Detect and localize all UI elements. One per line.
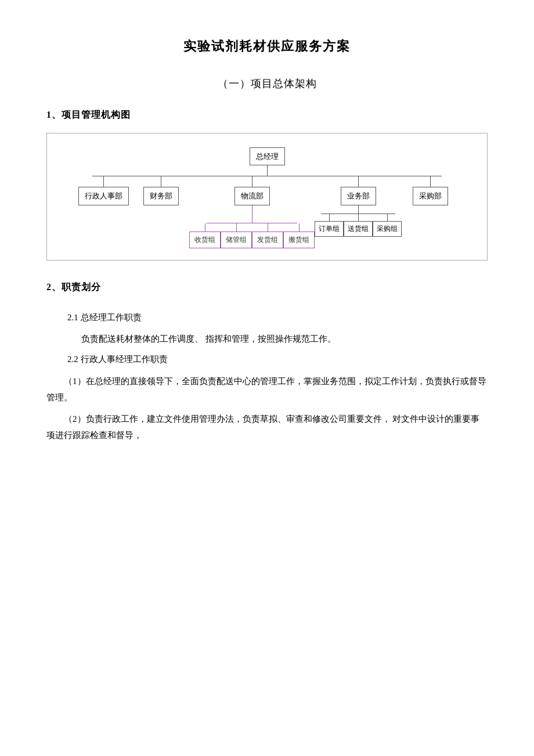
sub-col2: 送货组 [344,214,373,237]
dept-col-2: 财务部 [132,176,189,205]
sub1-box: 订单组 [315,221,344,237]
svc1 [329,214,330,221]
dept3-box: 物流部 [234,187,270,205]
level4-box1: 收货组 [189,231,221,249]
sub-heading2: 2.2 行政人事经理工作职责 [46,352,488,367]
ceo-connector [267,165,268,176]
page-title: 实验试剂耗材供应服务方案 [46,35,488,58]
sub-row: 订单组 送货组 采购组 [315,214,402,237]
dept5-box: 采购部 [413,187,448,205]
svc3 [387,214,388,221]
level4-box3: 发货组 [252,231,283,249]
level4-col3: 发货组 [252,223,283,249]
vc5 [430,176,431,187]
level4-col4: 搬货组 [283,223,315,249]
dept-col-5: 采购部 [402,176,459,205]
vc2 [161,176,161,187]
heading1: 1、项目管理机构图 [46,107,488,124]
para2: （1）在总经理的直接领导下，全面负责配送中心的管理工作，掌握业务范围，拟定工作计… [46,373,488,406]
dept-col-3: 物流部 收货组 储管组 发货组 [189,176,315,248]
ceo-box: 总经理 [250,147,285,165]
vc4b [358,205,359,214]
level4-col2: 储管组 [221,223,252,249]
vc1 [103,176,104,187]
l4vc4 [299,223,300,231]
sub-col3: 采购组 [373,214,402,237]
org-chart: 总经理 行政人事部 财务部 物流部 [54,147,480,248]
l4vc3 [268,223,268,231]
level4-box2: 储管组 [221,231,252,249]
level4-row: 收货组 储管组 发货组 搬货组 [189,223,315,249]
dept3-purple-vc [252,205,252,223]
heading2: 2、职责划分 [46,279,488,296]
l4vc1 [205,223,205,231]
ceo-level: 总经理 [250,147,285,176]
depts-row: 行政人事部 财务部 物流部 收货组 [75,176,459,248]
dept4-box: 业务部 [341,187,376,205]
sub3-box: 采购组 [373,221,402,237]
sub2-box: 送货组 [344,221,373,237]
para1: 负责配送耗材整体的工作调度、 指挥和管理，按照操作规范工作。 [46,331,488,347]
vc3 [252,176,252,187]
svc2 [358,214,359,221]
para3: （2）负责行政工作，建立文件使用管理办法，负责草拟、审查和修改公司重要文件， 对… [46,411,488,444]
org-chart-container: 总经理 行政人事部 财务部 物流部 [46,133,488,261]
vc4 [358,176,359,187]
dept1-box: 行政人事部 [78,187,129,205]
l4vc2 [236,223,237,231]
level4-col1: 收货组 [189,223,221,249]
sub-heading1: 2.1 总经理工作职责 [46,310,488,325]
dept2-box: 财务部 [143,187,179,205]
dept-col-1: 行政人事部 [75,176,132,205]
section1-title: （一）项目总体架构 [46,74,488,93]
level4-box4: 搬货组 [283,231,315,249]
dept-col-4: 业务部 订单组 送货组 采购组 [315,176,402,237]
sub-col1: 订单组 [315,214,344,237]
